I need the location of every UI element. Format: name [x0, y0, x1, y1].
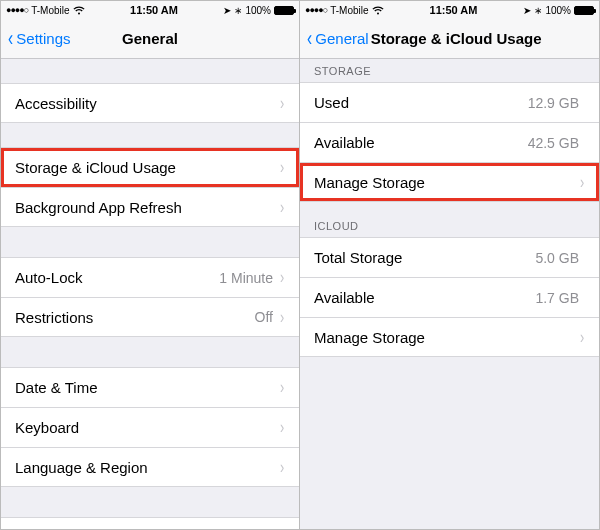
section-header-icloud: ICLOUD	[300, 202, 599, 237]
storage-list[interactable]: STORAGE Used 12.9 GB Available 42.5 GB M…	[300, 59, 599, 529]
section-header-storage: STORAGE	[300, 59, 599, 82]
row-label: Manage Storage	[314, 329, 579, 346]
battery-pct: 100%	[545, 5, 571, 16]
chevron-right-icon: ›	[280, 267, 284, 288]
row-used: Used 12.9 GB	[300, 82, 599, 122]
settings-list[interactable]: Accessibility › Storage & iCloud Usage ›…	[1, 59, 299, 529]
wifi-icon	[372, 6, 384, 15]
row-value: Off	[255, 309, 273, 325]
chevron-right-icon: ›	[280, 527, 284, 529]
row-value: 5.0 GB	[535, 250, 579, 266]
signal-dots: ●●●●○	[6, 5, 28, 15]
row-label: Used	[314, 94, 528, 111]
row-value: 1.7 GB	[535, 290, 579, 306]
chevron-right-icon: ›	[580, 172, 584, 193]
back-button[interactable]: ‹ Settings	[7, 28, 71, 50]
row-value: 1 Minute	[219, 270, 273, 286]
row-keyboard[interactable]: Keyboard ›	[1, 407, 299, 447]
row-icloud-available: Available 1.7 GB	[300, 277, 599, 317]
wifi-icon	[73, 6, 85, 15]
nav-bar: ‹ General Storage & iCloud Usage	[300, 19, 599, 59]
status-time: 11:50 AM	[130, 4, 178, 16]
bluetooth-icon: ∗	[234, 5, 242, 16]
chevron-right-icon: ›	[280, 377, 284, 398]
signal-dots: ●●●●○	[305, 5, 327, 15]
phone-left: ●●●●○ T-Mobile 11:50 AM ➤ ∗ 100% ‹ Setti…	[1, 1, 300, 529]
back-label: General	[315, 30, 368, 47]
battery-pct: 100%	[245, 5, 271, 16]
row-label: Date & Time	[15, 379, 279, 396]
row-accessibility[interactable]: Accessibility ›	[1, 83, 299, 123]
battery-icon	[274, 6, 294, 15]
chevron-right-icon: ›	[580, 327, 584, 348]
battery-icon	[574, 6, 594, 15]
row-value: 42.5 GB	[528, 135, 579, 151]
row-date-time[interactable]: Date & Time ›	[1, 367, 299, 407]
row-label: Available	[314, 134, 528, 151]
row-label: Storage & iCloud Usage	[15, 159, 279, 176]
row-language-region[interactable]: Language & Region ›	[1, 447, 299, 487]
row-label: Manage Storage	[314, 174, 579, 191]
carrier-label: T-Mobile	[330, 5, 368, 16]
chevron-right-icon: ›	[280, 197, 284, 218]
carrier-label: T-Mobile	[31, 5, 69, 16]
bluetooth-icon: ∗	[534, 5, 542, 16]
row-label: Accessibility	[15, 95, 279, 112]
row-label: Background App Refresh	[15, 199, 279, 216]
row-storage-icloud-usage[interactable]: Storage & iCloud Usage ›	[1, 147, 299, 187]
row-background-app-refresh[interactable]: Background App Refresh ›	[1, 187, 299, 227]
chevron-right-icon: ›	[280, 157, 284, 178]
row-label: Restrictions	[15, 309, 255, 326]
row-auto-lock[interactable]: Auto-Lock 1 Minute ›	[1, 257, 299, 297]
row-total-storage: Total Storage 5.0 GB	[300, 237, 599, 277]
row-icloud-manage-storage[interactable]: Manage Storage ›	[300, 317, 599, 357]
status-bar: ●●●●○ T-Mobile 11:50 AM ➤ ∗ 100%	[300, 1, 599, 19]
row-label: Keyboard	[15, 419, 279, 436]
nav-bar: ‹ Settings General	[1, 19, 299, 59]
status-bar: ●●●●○ T-Mobile 11:50 AM ➤ ∗ 100%	[1, 1, 299, 19]
row-manage-storage[interactable]: Manage Storage ›	[300, 162, 599, 202]
row-available: Available 42.5 GB	[300, 122, 599, 162]
chevron-left-icon: ‹	[8, 28, 13, 50]
status-time: 11:50 AM	[430, 4, 478, 16]
row-value: 12.9 GB	[528, 95, 579, 111]
row-itunes-wifi-sync[interactable]: iTunes Wi-Fi Sync ›	[1, 517, 299, 529]
phone-right: ●●●●○ T-Mobile 11:50 AM ➤ ∗ 100% ‹ Gener…	[300, 1, 599, 529]
row-label: Language & Region	[15, 459, 279, 476]
row-label: Available	[314, 289, 535, 306]
back-button[interactable]: ‹ General	[306, 28, 369, 50]
chevron-right-icon: ›	[280, 93, 284, 114]
row-label: Auto-Lock	[15, 269, 219, 286]
back-label: Settings	[16, 30, 70, 47]
nav-title: Storage & iCloud Usage	[371, 30, 542, 47]
location-icon: ➤	[223, 5, 231, 16]
row-restrictions[interactable]: Restrictions Off ›	[1, 297, 299, 337]
chevron-right-icon: ›	[280, 417, 284, 438]
chevron-right-icon: ›	[280, 307, 284, 328]
row-label: Total Storage	[314, 249, 535, 266]
location-icon: ➤	[523, 5, 531, 16]
chevron-left-icon: ‹	[307, 28, 312, 50]
screenshot-container: ●●●●○ T-Mobile 11:50 AM ➤ ∗ 100% ‹ Setti…	[0, 0, 600, 530]
chevron-right-icon: ›	[280, 457, 284, 478]
